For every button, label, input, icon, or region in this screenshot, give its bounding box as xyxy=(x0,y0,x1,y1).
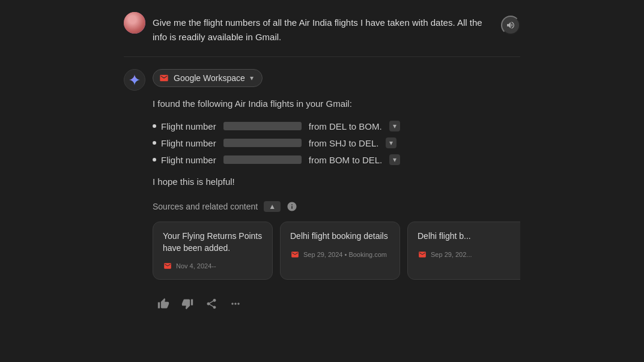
flight-number-label-3: Flight number xyxy=(161,155,216,165)
flight-route-3: from BOM to DEL. xyxy=(309,155,383,165)
flight-number-redacted-3 xyxy=(223,155,302,164)
response-intro: I found the following Air India flights … xyxy=(153,97,520,111)
source-card-1[interactable]: Your Flying Returns Points have been add… xyxy=(153,222,273,280)
speaker-icon xyxy=(506,20,515,30)
gmail-source-icon-1 xyxy=(163,262,172,270)
source-card-footer-2: Sep 29, 2024 • Booking.com xyxy=(290,250,390,259)
source-card-title-1: Your Flying Returns Points have been add… xyxy=(163,231,263,254)
flight-number-label-2: Flight number xyxy=(161,138,216,148)
flight-list-item: Flight number from SHJ to DEL. ▾ xyxy=(153,137,520,148)
source-card-date-2: Sep 29, 2024 • Booking.com xyxy=(303,251,387,258)
hope-text: I hope this is helpful! xyxy=(153,175,520,189)
thumbs-down-icon xyxy=(181,298,193,310)
flight-route-1: from DEL to BOM. xyxy=(309,121,382,131)
gmail-icon-2 xyxy=(290,250,300,259)
source-card-title-2: Delhi flight booking details xyxy=(290,231,390,243)
sources-header[interactable]: Sources and related content ▲ xyxy=(153,201,520,212)
flight-bullet xyxy=(153,158,156,161)
workspace-badge-label: Google Workspace xyxy=(174,73,245,83)
flight-expand-btn-3[interactable]: ▾ xyxy=(389,154,400,165)
sources-label: Sources and related content xyxy=(153,202,258,211)
ai-avatar xyxy=(124,69,145,91)
gmail-icon-1 xyxy=(163,261,172,271)
source-card-footer-1: Nov 4, 2024-- xyxy=(163,261,263,271)
share-button[interactable] xyxy=(201,294,222,313)
source-card-3[interactable]: Delhi flight b... Sep 29, 202... xyxy=(407,222,520,280)
share-icon xyxy=(205,298,217,310)
flight-list-item: Flight number from BOM to DEL. ▾ xyxy=(153,154,520,165)
source-card-2[interactable]: Delhi flight booking details Sep 29, 202… xyxy=(280,222,400,280)
gmail-badge-icon xyxy=(159,73,169,83)
sources-collapse-button[interactable]: ▲ xyxy=(264,201,281,212)
flight-bullet xyxy=(153,124,156,128)
more-options-button[interactable] xyxy=(225,294,246,313)
gemini-icon xyxy=(128,73,141,86)
message-divider xyxy=(124,56,520,57)
ai-content: Google Workspace ▾ I found the following… xyxy=(153,69,520,313)
thumbs-up-icon xyxy=(157,298,169,310)
source-card-date-3: Sep 29, 202... xyxy=(431,251,472,258)
thumbs-up-button[interactable] xyxy=(153,294,174,313)
info-icon xyxy=(287,201,297,212)
flight-number-redacted-1 xyxy=(223,122,302,130)
workspace-badge-arrow: ▾ xyxy=(250,74,254,82)
flight-list-item: Flight number from DEL to BOM. ▾ xyxy=(153,121,520,131)
user-avatar xyxy=(124,12,145,34)
flight-route-2: from SHJ to DEL. xyxy=(309,138,379,148)
flight-expand-btn-1[interactable]: ▾ xyxy=(389,121,400,131)
user-message-row: Give me the flight numbers of all the Ai… xyxy=(124,12,520,44)
source-cards: Your Flying Returns Points have been add… xyxy=(153,222,520,280)
user-message-text: Give me the flight numbers of all the Ai… xyxy=(153,12,494,44)
workspace-badge[interactable]: Google Workspace ▾ xyxy=(153,69,263,87)
gmail-source-icon-2 xyxy=(291,250,299,259)
source-card-date-1: Nov 4, 2024-- xyxy=(176,262,216,270)
sound-button[interactable] xyxy=(501,16,520,35)
action-buttons xyxy=(153,294,520,313)
sources-info-button[interactable] xyxy=(287,201,297,212)
more-options-icon xyxy=(229,298,242,310)
flight-bullet xyxy=(153,141,156,145)
ai-response-row: Google Workspace ▾ I found the following… xyxy=(124,69,520,313)
flight-number-redacted-2 xyxy=(223,139,302,147)
sound-icon-container xyxy=(501,12,520,35)
source-card-footer-3: Sep 29, 202... xyxy=(418,250,517,259)
thumbs-down-button[interactable] xyxy=(177,294,198,313)
flight-expand-btn-2[interactable]: ▾ xyxy=(386,137,396,148)
gmail-source-icon-3 xyxy=(418,250,427,259)
source-card-title-3: Delhi flight b... xyxy=(418,231,517,243)
flight-number-label-1: Flight number xyxy=(161,121,216,131)
gmail-icon-3 xyxy=(418,250,427,259)
gemini-star-icon xyxy=(128,73,141,86)
flight-list: Flight number from DEL to BOM. ▾ Flight … xyxy=(153,121,520,165)
gmail-logo xyxy=(159,73,169,83)
